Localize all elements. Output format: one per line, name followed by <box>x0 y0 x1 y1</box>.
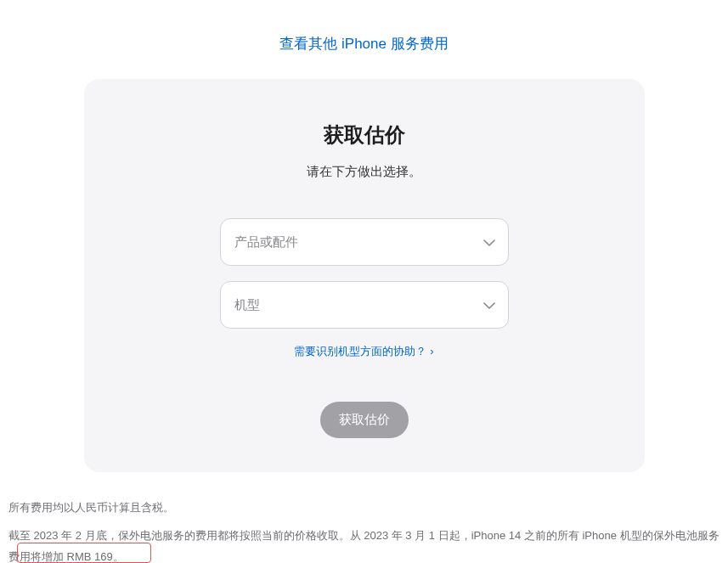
help-link-text: 需要识别机型方面的协助？ <box>294 345 426 358</box>
card-subtitle: 请在下方做出选择。 <box>118 164 611 180</box>
disclaimer-content: 截至 2023 年 2 月底，保外电池服务的费用都将按照当前的价格收取。从 20… <box>8 529 720 563</box>
estimate-card: 获取估价 请在下方做出选择。 产品或配件 机型 需要识别机型方面的协助？› 获取… <box>84 79 645 472</box>
view-other-fees-link[interactable]: 查看其他 iPhone 服务费用 <box>279 36 448 52</box>
footnote-text: 所有费用均以人民币计算且含税。 <box>8 498 720 517</box>
model-select[interactable]: 机型 <box>220 281 509 329</box>
product-select[interactable]: 产品或配件 <box>220 218 509 266</box>
card-title: 获取估价 <box>118 121 611 149</box>
help-link-container: 需要识别机型方面的协助？› <box>118 344 611 359</box>
identify-model-help-link[interactable]: 需要识别机型方面的协助？› <box>294 345 433 358</box>
get-estimate-button[interactable]: 获取估价 <box>320 402 409 438</box>
product-select-wrap: 产品或配件 <box>220 218 509 266</box>
top-link-container: 查看其他 iPhone 服务费用 <box>8 0 720 79</box>
model-select-wrap: 机型 <box>220 281 509 329</box>
disclaimer-text: 截至 2023 年 2 月底，保外电池服务的费用都将按照当前的价格收取。从 20… <box>8 526 720 563</box>
chevron-right-icon: › <box>430 345 433 358</box>
